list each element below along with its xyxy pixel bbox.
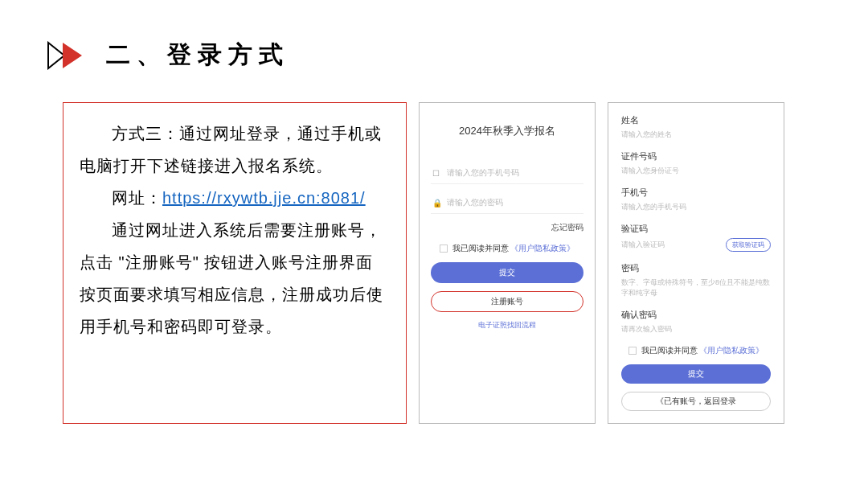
policy-link[interactable]: 《用户隐私政策》 — [510, 244, 575, 253]
lock-icon: 🔒 — [432, 199, 442, 208]
get-code-button[interactable]: 获取验证码 — [726, 238, 771, 252]
password-input[interactable]: 🔒 请输入您的密码 — [431, 192, 583, 214]
reg-policy-text: 我已阅读并同意 — [641, 346, 698, 355]
desc-para-3: 通过网址进入系统后需要注册账号，点击 "注册账号" 按钮进入账号注册界面按页面要… — [80, 214, 390, 343]
back-to-login-button[interactable]: 《已有账号，返回登录 — [621, 392, 771, 411]
id-field[interactable]: 证件号码 请输入您身份证号 — [621, 150, 771, 176]
description-box: 方式三：通过网址登录，通过手机或电脑打开下述链接进入报名系统。 网址：https… — [63, 102, 407, 424]
registration-url-link[interactable]: https://rxywtb.jje.cn:8081/ — [162, 189, 366, 207]
reg-phone-placeholder: 请输入您的手机号码 — [621, 202, 771, 212]
reg-policy-row: 我已阅读并同意 《用户隐私政策》 — [621, 345, 771, 356]
logo-icon — [47, 41, 90, 70]
slide-content: 方式三：通过网址登录，通过手机或电脑打开下述链接进入报名系统。 网址：https… — [0, 72, 868, 424]
login-screen-mockup: 2024年秋季入学报名 ☐ 请输入您的手机号码 🔒 请输入您的密码 忘记密码 我… — [419, 102, 596, 424]
name-label: 姓名 — [621, 114, 771, 126]
reg-phone-field[interactable]: 手机号 请输入您的手机号码 — [621, 187, 771, 212]
reg-phone-label: 手机号 — [621, 187, 771, 199]
reg-pwd-placeholder: 数字、字母或特殊符号，至少8位且不能是纯数字和纯字母 — [621, 277, 771, 298]
url-label: 网址： — [112, 189, 162, 207]
register-button[interactable]: 注册账号 — [431, 291, 583, 312]
submit-button[interactable]: 提交 — [431, 262, 583, 283]
svg-marker-1 — [63, 43, 82, 68]
register-screen-mockup: 姓名 请输入您的姓名 证件号码 请输入您身份证号 手机号 请输入您的手机号码 验… — [608, 102, 784, 424]
code-placeholder: 请输入验证码 — [621, 240, 665, 250]
policy-checkbox[interactable] — [440, 244, 448, 253]
phone-input[interactable]: ☐ 请输入您的手机号码 — [431, 162, 583, 184]
name-placeholder: 请输入您的姓名 — [621, 129, 771, 140]
reg-submit-button[interactable]: 提交 — [621, 364, 771, 384]
code-label: 验证码 — [621, 223, 771, 235]
password-placeholder: 请输入您的密码 — [447, 197, 503, 208]
id-label: 证件号码 — [621, 150, 771, 162]
id-placeholder: 请输入您身份证号 — [621, 166, 771, 176]
reg-policy-checkbox[interactable] — [628, 347, 637, 355]
reg-pwd-label: 密码 — [621, 262, 771, 274]
policy-row: 我已阅读并同意 《用户隐私政策》 — [431, 243, 583, 254]
desc-para-2: 网址：https://rxywtb.jje.cn:8081/ — [80, 182, 390, 214]
login-title: 2024年秋季入学报名 — [431, 124, 583, 138]
reg-pwd2-field[interactable]: 确认密码 请再次输入密码 — [621, 309, 771, 335]
cert-recovery-link[interactable]: 电子证照找回流程 — [431, 320, 583, 331]
reg-pwd-field[interactable]: 密码 数字、字母或特殊符号，至少8位且不能是纯数字和纯字母 — [621, 262, 771, 298]
slide-header: 二、登录方式 — [0, 0, 868, 72]
code-field[interactable]: 验证码 请输入验证码 获取验证码 — [621, 223, 771, 252]
phone-icon: ☐ — [432, 169, 442, 178]
slide-title: 二、登录方式 — [106, 39, 289, 72]
svg-marker-0 — [48, 43, 64, 68]
reg-policy-link[interactable]: 《用户隐私政策》 — [699, 346, 764, 355]
phone-placeholder: 请输入您的手机号码 — [447, 167, 519, 179]
policy-text: 我已阅读并同意 — [452, 244, 509, 253]
reg-pwd2-placeholder: 请再次输入密码 — [621, 324, 771, 335]
forgot-password-link[interactable]: 忘记密码 — [431, 222, 583, 233]
name-field[interactable]: 姓名 请输入您的姓名 — [621, 114, 771, 140]
desc-para-1: 方式三：通过网址登录，通过手机或电脑打开下述链接进入报名系统。 — [80, 117, 390, 182]
reg-pwd2-label: 确认密码 — [621, 309, 771, 321]
